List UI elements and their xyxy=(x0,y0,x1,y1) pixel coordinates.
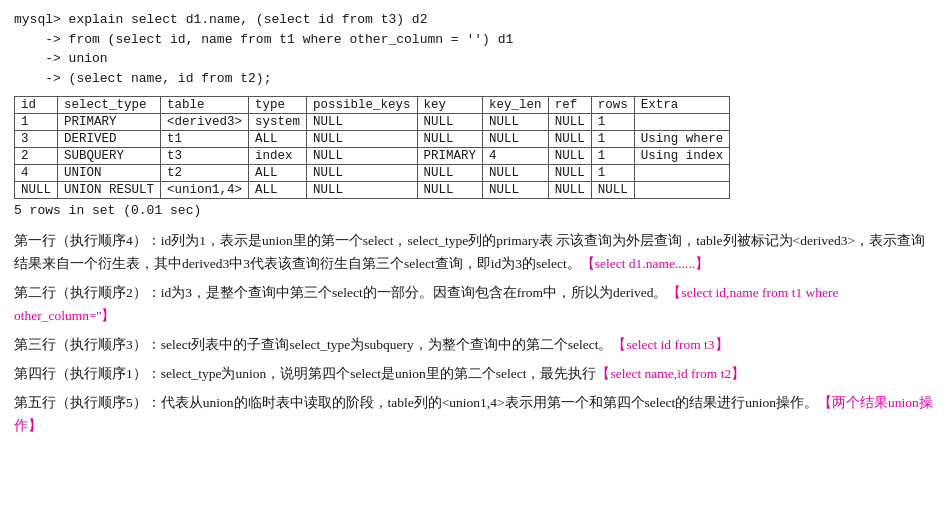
exp5-text: 第五行（执行顺序5）：代表从union的临时表中读取的阶段，table列的<un… xyxy=(14,395,818,410)
terminal-block: mysql> explain select d1.name, (select i… xyxy=(14,10,936,88)
cell-rows: 1 xyxy=(591,131,634,148)
cell-extra xyxy=(634,114,730,131)
cell-type: ALL xyxy=(249,131,307,148)
table-row: 2 SUBQUERY t3 index NULL PRIMARY 4 NULL … xyxy=(15,148,730,165)
cell-ref: NULL xyxy=(548,114,591,131)
cell-select-type: DERIVED xyxy=(58,131,161,148)
col-select-type: select_type xyxy=(58,97,161,114)
table-row: 1 PRIMARY <derived3> system NULL NULL NU… xyxy=(15,114,730,131)
cell-rows: NULL xyxy=(591,182,634,199)
cell-key: NULL xyxy=(417,131,483,148)
cell-key-len: NULL xyxy=(483,114,549,131)
cell-key-len: NULL xyxy=(483,165,549,182)
cell-ref: NULL xyxy=(548,182,591,199)
cell-select-type: UNION RESULT xyxy=(58,182,161,199)
exp4-text: 第四行（执行顺序1）：select_type为union，说明第四个select… xyxy=(14,366,596,381)
exp-para-5: 第五行（执行顺序5）：代表从union的临时表中读取的阶段，table列的<un… xyxy=(14,392,936,438)
col-table: table xyxy=(161,97,249,114)
sql-result-table: id select_type table type possible_keys … xyxy=(14,96,730,199)
cell-possible-keys: NULL xyxy=(307,165,418,182)
cell-id: NULL xyxy=(15,182,58,199)
cell-possible-keys: NULL xyxy=(307,182,418,199)
exp3-highlight: 【select id from t3】 xyxy=(612,337,728,352)
col-extra: Extra xyxy=(634,97,730,114)
cell-id: 1 xyxy=(15,114,58,131)
exp1-highlight: 【select d1.name......】 xyxy=(581,256,709,271)
col-possible-keys: possible_keys xyxy=(307,97,418,114)
cell-ref: NULL xyxy=(548,165,591,182)
cell-table: t2 xyxy=(161,165,249,182)
table-header-row: id select_type table type possible_keys … xyxy=(15,97,730,114)
cell-type: system xyxy=(249,114,307,131)
result-count: 5 rows in set (0.01 sec) xyxy=(14,203,936,218)
cmd-line-3: -> union xyxy=(14,49,936,69)
exp4-highlight: 【select name,id from t2】 xyxy=(596,366,745,381)
table-body: 1 PRIMARY <derived3> system NULL NULL NU… xyxy=(15,114,730,199)
cell-table: t1 xyxy=(161,131,249,148)
cell-rows: 1 xyxy=(591,114,634,131)
exp1-text: 第一行（执行顺序4）：id列为1，表示是union里的第一个select，sel… xyxy=(14,233,925,271)
cell-key: NULL xyxy=(417,165,483,182)
cell-key: PRIMARY xyxy=(417,148,483,165)
cell-key: NULL xyxy=(417,114,483,131)
cell-id: 2 xyxy=(15,148,58,165)
cmd-line-1: mysql> explain select d1.name, (select i… xyxy=(14,10,936,30)
cell-rows: 1 xyxy=(591,165,634,182)
col-key-len: key_len xyxy=(483,97,549,114)
cell-table: t3 xyxy=(161,148,249,165)
exp2-text: 第二行（执行顺序2）：id为3，是整个查询中第三个select的一部分。因查询包… xyxy=(14,285,667,300)
cell-extra: Using where xyxy=(634,131,730,148)
col-ref: ref xyxy=(548,97,591,114)
cell-rows: 1 xyxy=(591,148,634,165)
exp-para-1: 第一行（执行顺序4）：id列为1，表示是union里的第一个select，sel… xyxy=(14,230,936,276)
cell-id: 4 xyxy=(15,165,58,182)
exp-para-4: 第四行（执行顺序1）：select_type为union，说明第四个select… xyxy=(14,363,936,386)
cell-possible-keys: NULL xyxy=(307,148,418,165)
table-row: 4 UNION t2 ALL NULL NULL NULL NULL 1 xyxy=(15,165,730,182)
cell-extra xyxy=(634,165,730,182)
cell-ref: NULL xyxy=(548,148,591,165)
cell-type: ALL xyxy=(249,182,307,199)
cell-key: NULL xyxy=(417,182,483,199)
cell-extra xyxy=(634,182,730,199)
exp-para-3: 第三行（执行顺序3）：select列表中的子查询select_type为subq… xyxy=(14,334,936,357)
cell-type: ALL xyxy=(249,165,307,182)
cmd-line-4: -> (select name, id from t2); xyxy=(14,69,936,89)
col-key: key xyxy=(417,97,483,114)
table-row: NULL UNION RESULT <union1,4> ALL NULL NU… xyxy=(15,182,730,199)
cell-ref: NULL xyxy=(548,131,591,148)
cell-possible-keys: NULL xyxy=(307,114,418,131)
col-rows: rows xyxy=(591,97,634,114)
cell-id: 3 xyxy=(15,131,58,148)
cell-possible-keys: NULL xyxy=(307,131,418,148)
exp-para-2: 第二行（执行顺序2）：id为3，是整个查询中第三个select的一部分。因查询包… xyxy=(14,282,936,328)
cell-key-len: NULL xyxy=(483,182,549,199)
exp3-text: 第三行（执行顺序3）：select列表中的子查询select_type为subq… xyxy=(14,337,612,352)
cmd-line-2: -> from (select id, name from t1 where o… xyxy=(14,30,936,50)
table-row: 3 DERIVED t1 ALL NULL NULL NULL NULL 1 U… xyxy=(15,131,730,148)
cell-type: index xyxy=(249,148,307,165)
cell-table: <derived3> xyxy=(161,114,249,131)
cell-extra: Using index xyxy=(634,148,730,165)
col-id: id xyxy=(15,97,58,114)
cell-select-type: PRIMARY xyxy=(58,114,161,131)
explanation-block: 第一行（执行顺序4）：id列为1，表示是union里的第一个select，sel… xyxy=(14,230,936,438)
cell-table: <union1,4> xyxy=(161,182,249,199)
cell-key-len: 4 xyxy=(483,148,549,165)
col-type: type xyxy=(249,97,307,114)
cell-select-type: UNION xyxy=(58,165,161,182)
cell-key-len: NULL xyxy=(483,131,549,148)
cell-select-type: SUBQUERY xyxy=(58,148,161,165)
